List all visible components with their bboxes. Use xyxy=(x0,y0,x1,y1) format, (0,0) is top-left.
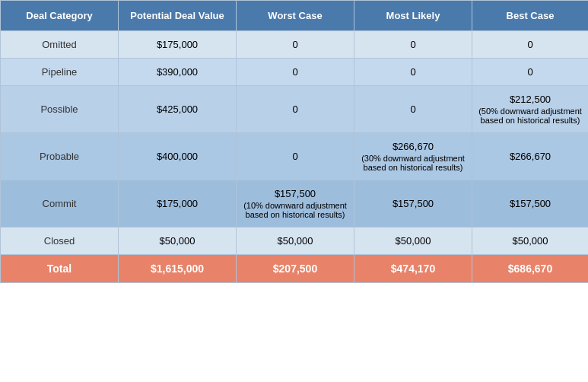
table-row-total: Total $1,615,000 $207,500 $474,170 $686,… xyxy=(1,255,589,283)
best-omitted: 0 xyxy=(472,31,589,59)
total-label: Total xyxy=(1,255,119,283)
likely-omitted: 0 xyxy=(354,31,472,59)
worst-pipeline: 0 xyxy=(237,59,354,86)
potential-omitted: $175,000 xyxy=(119,31,237,59)
best-possible: $212,500 (50% downward adjustment based … xyxy=(472,86,589,133)
total-worst: $207,500 xyxy=(237,255,354,283)
table-row: Pipeline $390,000 0 0 0 xyxy=(1,59,589,86)
worst-closed: $50,000 xyxy=(237,228,354,255)
header-worst-case: Worst Case xyxy=(237,1,354,31)
potential-probable: $400,000 xyxy=(119,133,237,180)
table-row: Possible $425,000 0 0 $212,500 (50% down… xyxy=(1,86,589,133)
table-row: Commit $175,000 $157,500 (10% downward a… xyxy=(1,180,589,228)
likely-probable-sub: (30% downward adjustment based on histor… xyxy=(361,154,466,172)
category-closed: Closed xyxy=(1,228,119,255)
header-best-case: Best Case xyxy=(472,1,589,31)
worst-omitted: 0 xyxy=(237,31,354,59)
worst-commit: $157,500 (10% downward adjustment based … xyxy=(237,180,354,228)
total-best: $686,670 xyxy=(472,255,589,283)
category-commit: Commit xyxy=(1,180,119,228)
likely-probable: $266,670 (30% downward adjustment based … xyxy=(354,133,472,180)
likely-commit: $157,500 xyxy=(354,180,472,228)
potential-pipeline: $390,000 xyxy=(119,59,237,86)
likely-closed: $50,000 xyxy=(354,228,472,255)
category-omitted: Omitted xyxy=(1,31,119,59)
category-pipeline: Pipeline xyxy=(1,59,119,86)
header-deal-category: Deal Category xyxy=(1,1,119,31)
likely-possible: 0 xyxy=(354,86,472,133)
best-closed: $50,000 xyxy=(472,228,589,255)
category-possible: Possible xyxy=(1,86,119,133)
best-commit: $157,500 xyxy=(472,180,589,228)
table-row: Omitted $175,000 0 0 0 xyxy=(1,31,589,59)
total-potential: $1,615,000 xyxy=(119,255,237,283)
header-most-likely: Most Likely xyxy=(354,1,472,31)
category-probable: Probable xyxy=(1,133,119,180)
worst-commit-sub: (10% downward adjustment based on histor… xyxy=(243,201,348,219)
potential-closed: $50,000 xyxy=(119,228,237,255)
best-possible-sub: (50% downward adjustment based on histor… xyxy=(478,107,582,125)
table-row: Closed $50,000 $50,000 $50,000 $50,000 xyxy=(1,228,589,255)
potential-commit: $175,000 xyxy=(119,180,237,228)
table-row: Probable $400,000 0 $266,670 (30% downwa… xyxy=(1,133,589,180)
likely-pipeline: 0 xyxy=(354,59,472,86)
total-likely: $474,170 xyxy=(354,255,472,283)
best-pipeline: 0 xyxy=(472,59,589,86)
worst-probable: 0 xyxy=(237,133,354,180)
header-potential-deal-value: Potential Deal Value xyxy=(119,1,237,31)
best-probable: $266,670 xyxy=(472,133,589,180)
potential-possible: $425,000 xyxy=(119,86,237,133)
worst-possible: 0 xyxy=(237,86,354,133)
